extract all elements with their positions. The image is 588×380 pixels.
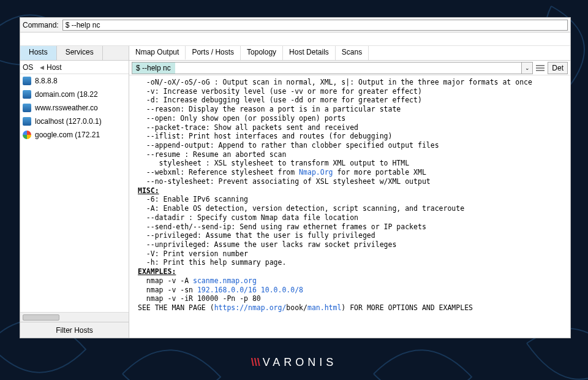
brand-text: VARONIS <box>263 356 337 368</box>
host-list-header: OS ◀ Host <box>20 61 129 74</box>
command-label: Command: <box>23 21 59 29</box>
tab-host-details[interactable]: Host Details <box>283 46 336 60</box>
tab-ports-hosts[interactable]: Ports / Hosts <box>186 46 241 60</box>
output-command-row: ⌄ Det <box>129 61 570 75</box>
right-pane: Nmap Output Ports / Hosts Topology Host … <box>129 46 570 338</box>
tab-scans[interactable]: Scans <box>336 46 369 60</box>
left-tabs: Hosts Services <box>20 46 129 61</box>
tab-hosts[interactable]: Hosts <box>20 46 57 60</box>
command-bar: Command: <box>20 18 570 32</box>
command-input[interactable] <box>62 20 568 31</box>
host-label: domain.com (18.22 <box>35 90 98 99</box>
horizontal-scrollbar[interactable] <box>20 312 129 322</box>
list-item[interactable]: google.com (172.21 <box>20 128 129 142</box>
brand-mark-icon: \\\ <box>251 356 260 368</box>
tab-topology[interactable]: Topology <box>241 46 283 60</box>
os-icon <box>23 131 31 139</box>
combo-chevron-down-icon[interactable]: ⌄ <box>522 62 533 74</box>
toolbar-spacer <box>20 32 570 46</box>
sort-arrow-icon: ◀ <box>40 64 44 70</box>
scan-command-combo[interactable] <box>132 62 522 74</box>
col-os[interactable]: OS <box>23 63 37 72</box>
host-label: localhost (127.0.0.1) <box>35 117 102 126</box>
os-icon <box>23 117 31 126</box>
brand-logo: \\\VARONIS <box>0 356 588 369</box>
host-label: www.rssweather.co <box>35 104 98 112</box>
list-item[interactable]: 8.8.8.8 <box>20 74 129 88</box>
list-item[interactable]: localhost (127.0.0.1) <box>20 115 129 128</box>
menu-icon[interactable] <box>535 63 545 73</box>
os-icon <box>23 104 31 112</box>
list-item[interactable]: domain.com (18.22 <box>20 88 129 101</box>
tab-services[interactable]: Services <box>57 46 103 60</box>
nmap-output-text: -oN/-oX/-oS/-oG : Output scan in normal,… <box>129 75 570 338</box>
host-label: 8.8.8.8 <box>35 77 58 85</box>
list-item[interactable]: www.rssweather.co <box>20 101 129 115</box>
host-label: google.com (172.21 <box>35 131 100 139</box>
left-pane: Hosts Services OS ◀ Host 8.8.8.8 domain.… <box>20 46 129 338</box>
filter-hosts-button[interactable]: Filter Hosts <box>20 322 129 338</box>
os-icon <box>23 90 31 99</box>
scrollbar-thumb[interactable] <box>23 314 59 321</box>
os-icon <box>23 77 31 85</box>
details-button[interactable]: Det <box>548 62 568 74</box>
output-tabs: Nmap Output Ports / Hosts Topology Host … <box>129 46 570 61</box>
col-host[interactable]: Host <box>47 63 62 72</box>
app-window: Command: Hosts Services OS ◀ Host 8.8.8.… <box>20 17 571 338</box>
tab-nmap-output[interactable]: Nmap Output <box>129 46 186 60</box>
host-list: 8.8.8.8 domain.com (18.22 www.rssweather… <box>20 74 129 312</box>
